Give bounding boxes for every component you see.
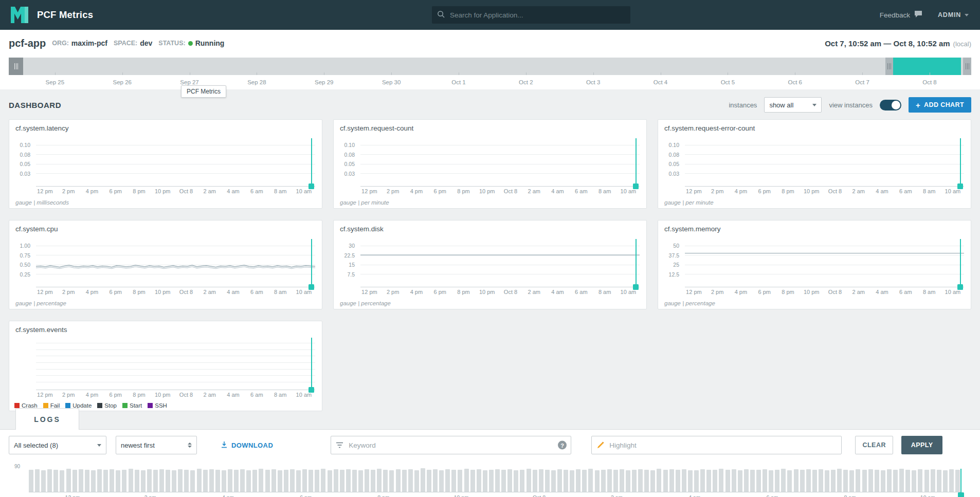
- histogram-bar: [321, 469, 325, 492]
- org-label: ORG:: [52, 40, 69, 47]
- clear-button[interactable]: CLEAR: [855, 436, 893, 454]
- x-axis-label: 12 pm: [37, 289, 53, 295]
- histogram-bar: [290, 469, 295, 492]
- apply-button[interactable]: APPLY: [901, 436, 942, 454]
- legend-label: Stop: [104, 402, 117, 409]
- log-volume-histogram: [29, 469, 961, 492]
- highlight-input[interactable]: [591, 436, 842, 454]
- histogram-bar: [657, 469, 661, 492]
- histogram-x-label: 6 pm: [300, 494, 312, 497]
- x-axis-label: 2 am: [204, 289, 216, 295]
- x-axis-label: 2 pm: [62, 188, 75, 194]
- gridline: [36, 356, 315, 356]
- x-axis-label: 2 am: [528, 188, 540, 194]
- x-axis-label: Oct 8: [179, 392, 193, 398]
- time-marker-line: [311, 239, 313, 287]
- status-dot-icon: [188, 41, 193, 46]
- histogram-bar: [887, 469, 892, 492]
- timeline-date-label: Sep 30: [382, 79, 401, 85]
- download-icon: [221, 441, 228, 450]
- gridline: [36, 173, 315, 174]
- log-sources-select[interactable]: All selected (8): [9, 436, 106, 454]
- timeline-track[interactable]: [9, 58, 971, 75]
- histogram-bar: [315, 470, 319, 492]
- x-axis-label: 10 pm: [479, 188, 495, 194]
- gridline: [360, 164, 640, 164]
- histogram-bar: [396, 469, 401, 492]
- x-axis-label: 6 pm: [109, 392, 121, 398]
- search-input[interactable]: [449, 11, 625, 20]
- histogram-bar: [620, 469, 624, 492]
- timeline-date-label: Sep 29: [315, 79, 333, 85]
- chart-card-latency: cf.system.latency0.100.080.050.0312 pm2 …: [9, 119, 322, 209]
- histogram-bar: [781, 469, 786, 492]
- time-marker-line: [311, 338, 313, 390]
- histogram-bar: [408, 469, 413, 492]
- y-axis-label: 25: [673, 262, 679, 268]
- timeline-date-label: Sep 26: [113, 79, 131, 85]
- admin-menu[interactable]: ADMIN: [938, 11, 969, 19]
- x-axis-label: 6 am: [899, 289, 912, 295]
- histogram-bar: [383, 470, 388, 492]
- time-marker-line: [960, 239, 961, 287]
- histogram-bar: [613, 470, 618, 492]
- pcf-logo-icon: [10, 6, 30, 24]
- histogram-bar: [246, 470, 251, 492]
- histogram-bar: [190, 470, 195, 492]
- series-line: [360, 239, 640, 287]
- view-instances-toggle[interactable]: [880, 100, 901, 111]
- app-header: pcf-app ORG: maxim-pcf SPACE: dev STATUS…: [0, 30, 980, 57]
- histogram-bar: [700, 469, 705, 492]
- histogram-bar: [744, 469, 749, 492]
- x-axis-label: 4 am: [876, 289, 888, 295]
- chart-card-cpu: cf.system.cpu1.000.750.500.2512 pm2 pm4 …: [9, 220, 322, 309]
- y-axis-labels: 1.000.750.500.25: [13, 239, 33, 287]
- histogram-bar: [60, 470, 64, 492]
- histogram-x-label: Oct 8: [533, 494, 546, 497]
- add-chart-button[interactable]: + ADD CHART: [909, 97, 971, 113]
- histogram-bar: [371, 470, 375, 492]
- toggle-knob: [892, 101, 900, 109]
- chart-card-request-error-count: cf.system.request-error-count0.100.080.0…: [658, 119, 971, 209]
- feedback-button[interactable]: Feedback: [880, 10, 922, 20]
- timeline-date-labels: Sep 25Sep 26Sep 27Sep 28Sep 29Sep 30Oct …: [9, 79, 971, 86]
- y-axis-label: 0.05: [344, 161, 355, 167]
- chart-title: cf.system.disk: [340, 225, 384, 233]
- chevron-down-icon: [97, 444, 101, 447]
- x-axis-label: Oct 8: [179, 188, 193, 194]
- histogram-bar: [222, 470, 226, 492]
- timeline-tick: [391, 72, 392, 75]
- y-axis-label: 0.03: [344, 171, 355, 177]
- histogram-bar: [787, 470, 792, 492]
- keyword-input[interactable]: [331, 436, 571, 454]
- x-axis-labels: 12 pm2 pm4 pm6 pm8 pm10 pmOct 82 am4 am6…: [36, 289, 315, 296]
- download-button[interactable]: DOWNLOAD: [221, 441, 273, 450]
- x-axis-label: 8 pm: [133, 289, 145, 295]
- y-axis-label: 0.08: [20, 152, 30, 158]
- y-axis-label: 0.25: [20, 271, 30, 278]
- chart-unit-label: gauge | per minute: [664, 199, 714, 206]
- y-axis-label: 22.5: [344, 252, 355, 259]
- time-marker-handle[interactable]: [958, 492, 964, 497]
- legend-label: SSH: [155, 402, 167, 409]
- histogram-x-label: 10 am: [920, 494, 935, 497]
- histogram-x-label: 8 pm: [377, 494, 389, 497]
- histogram-bar: [110, 469, 114, 492]
- histogram-bar: [893, 470, 898, 492]
- x-axis-label: 8 am: [598, 289, 611, 295]
- help-icon[interactable]: ?: [558, 441, 567, 450]
- chart-plot: 1.000.750.500.25: [13, 239, 315, 287]
- histogram-bar: [97, 469, 102, 492]
- histogram-bar: [527, 469, 531, 492]
- histogram-bar: [588, 469, 593, 492]
- tab-logs[interactable]: LOGS: [15, 408, 79, 430]
- histogram-bar: [912, 470, 916, 492]
- histogram-x-label: 2 am: [611, 494, 623, 497]
- instances-select-value: show all: [769, 101, 793, 109]
- y-axis-label: 0.08: [669, 152, 679, 158]
- instances-select[interactable]: show all: [764, 97, 822, 113]
- log-sort-select[interactable]: newest first: [116, 436, 197, 454]
- app-title: PCF Metrics: [37, 9, 93, 21]
- time-marker-line: [311, 138, 313, 186]
- histogram-bar: [545, 470, 550, 492]
